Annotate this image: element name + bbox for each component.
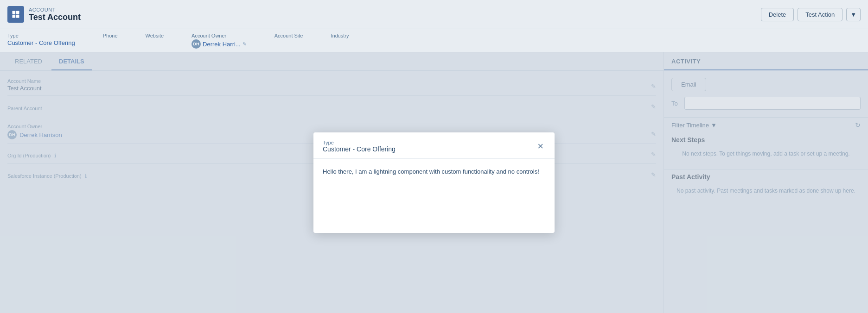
phone-field: Phone [103, 33, 118, 39]
type-field: Type Customer - Core Offering [7, 33, 75, 46]
account-label: ACCOUNT [29, 7, 81, 13]
industry-label: Industry [331, 33, 349, 38]
modal-body: Hello there, I am a lightning component … [313, 159, 555, 233]
account-name: Test Account [29, 13, 81, 22]
website-field: Website [146, 33, 164, 39]
actions-chevron-button[interactable]: ▼ [846, 8, 861, 21]
svg-rect-2 [13, 15, 16, 18]
account-owner-value: Derrek Harri... [203, 41, 241, 48]
website-label: Website [146, 33, 164, 38]
header-title-group: ACCOUNT Test Account [29, 7, 81, 22]
type-value: Customer - Core Offering [7, 39, 75, 46]
modal-type-label: Type [323, 140, 396, 145]
account-owner-label: Account Owner [191, 33, 247, 38]
modal-close-button[interactable]: × [536, 141, 545, 151]
modal-type-value: Customer - Core Offering [323, 145, 396, 153]
account-svg-icon [11, 10, 20, 19]
phone-label: Phone [103, 33, 118, 38]
modal-body-text: Hello there, I am a lightning component … [323, 168, 539, 175]
owner-edit-icon[interactable]: ✎ [243, 41, 247, 47]
modal-overlay: Type Customer - Core Offering × Hello th… [0, 52, 868, 313]
delete-button[interactable]: Delete [761, 8, 794, 21]
page-header: ACCOUNT Test Account Delete Test Action … [0, 0, 868, 29]
account-site-field: Account Site [274, 33, 303, 39]
owner-row: DH Derrek Harri... ✎ [191, 39, 247, 49]
svg-rect-0 [13, 11, 16, 14]
account-icon [7, 6, 24, 23]
type-label: Type [7, 33, 75, 38]
header-actions: Delete Test Action ▼ [761, 8, 861, 21]
main-content: RELATED DETAILS Account Name Test Accoun… [0, 52, 868, 313]
fields-row: Type Customer - Core Offering Phone Webs… [0, 29, 868, 52]
industry-field: Industry [331, 33, 349, 39]
svg-rect-3 [16, 15, 19, 18]
modal-header: Type Customer - Core Offering × [313, 132, 555, 159]
account-owner-field: Account Owner DH Derrek Harri... ✎ [191, 33, 247, 49]
modal-dialog: Type Customer - Core Offering × Hello th… [313, 132, 555, 233]
owner-avatar: DH [191, 39, 201, 49]
account-site-label: Account Site [274, 33, 303, 38]
svg-rect-1 [16, 11, 19, 14]
modal-type-row: Type Customer - Core Offering [323, 140, 396, 153]
test-action-button[interactable]: Test Action [798, 8, 842, 21]
